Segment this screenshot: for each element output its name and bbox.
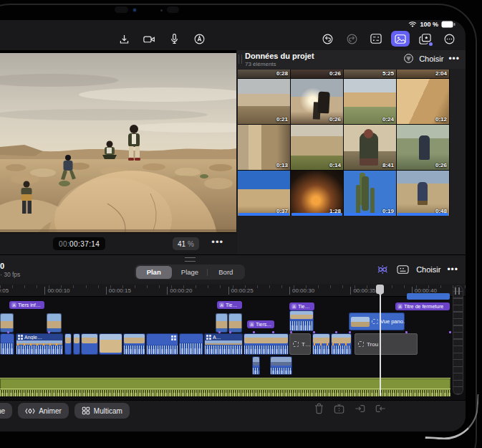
multicam-clip-header: A… — [205, 334, 242, 340]
more-button[interactable] — [440, 31, 458, 47]
media-thumbnail[interactable]: 0:19 — [344, 171, 396, 216]
storyline-clip[interactable] — [331, 333, 352, 355]
media-browser-button[interactable] — [391, 31, 410, 47]
record-video-button[interactable] — [140, 31, 158, 47]
split-icon[interactable] — [333, 403, 345, 414]
more-icon — [443, 33, 456, 45]
zoom-level-control[interactable]: 41 % — [173, 237, 199, 250]
overwrite-icon[interactable] — [354, 403, 366, 414]
partial-button[interactable]: ne — [0, 403, 12, 419]
media-thumbnail[interactable]: 0:28 — [238, 70, 290, 78]
bottom-toolbar: ne Animer Multicam — [0, 400, 466, 432]
audio-clip[interactable] — [0, 378, 450, 396]
connected-clip[interactable] — [228, 313, 242, 333]
clip-markers — [17, 343, 62, 345]
voiceover-button[interactable] — [165, 31, 183, 47]
gap-label: Trou — [367, 341, 378, 348]
storyline-clip[interactable]: A… — [204, 333, 243, 355]
connected-clip-collapsed[interactable] — [407, 293, 450, 300]
timeline-select-button[interactable]: Choisir — [416, 265, 440, 274]
connected-clip-below[interactable] — [270, 356, 292, 375]
browser-more-button[interactable]: ••• — [448, 54, 460, 64]
media-thumbnail[interactable]: 5:25 — [344, 70, 396, 78]
trash-icon[interactable] — [314, 403, 324, 414]
storyline-clip[interactable] — [81, 333, 98, 355]
storyline-clip[interactable] — [179, 333, 203, 355]
project-media-browser: Données du projet 73 éléments Choisir ••… — [237, 50, 466, 254]
storyline-clip[interactable] — [312, 333, 330, 355]
title-clip[interactable]: ATie… — [289, 302, 314, 310]
storyline-clip[interactable] — [0, 333, 14, 355]
media-thumbnail[interactable]: 0:26 — [291, 70, 343, 78]
tab-plage[interactable]: Plage — [172, 266, 208, 279]
inspector-button[interactable] — [367, 31, 385, 47]
media-thumbnail[interactable]: 8:41 — [344, 125, 396, 170]
clip-waveform — [313, 345, 329, 354]
storyline-clip[interactable] — [64, 333, 72, 355]
media-thumbnail[interactable]: 0:12 — [397, 79, 449, 124]
import-button[interactable] — [115, 31, 133, 47]
filter-icon[interactable] — [403, 53, 414, 64]
connected-clip[interactable] — [216, 313, 228, 333]
storyline-clip[interactable] — [73, 333, 80, 355]
storyline-clip[interactable]: Trou — [355, 333, 418, 355]
viewer-preview-image[interactable] — [0, 53, 236, 232]
media-thumbnail[interactable]: 0:48 — [397, 171, 449, 216]
tab-plan[interactable]: Plan — [136, 266, 172, 279]
storyline-clip[interactable]: T… — [289, 333, 311, 355]
project-title-fragment: 0 — [0, 262, 4, 270]
title-clip[interactable]: ATie… — [217, 301, 242, 309]
clip-waveform — [124, 345, 145, 354]
camera-module — [115, 6, 128, 13]
clip-thumbnail — [271, 357, 291, 366]
magnetic-timeline-icon[interactable] — [375, 264, 390, 275]
timecode-display[interactable]: 00:00:37:14 — [53, 237, 105, 250]
media-thumbnail[interactable]: 0:37 — [238, 171, 290, 216]
media-thumbnail[interactable]: 0:26 — [397, 125, 449, 170]
media-thumbnail[interactable]: 0:24 — [344, 79, 396, 124]
timeline-overview-icon[interactable] — [396, 264, 410, 275]
media-thumbnail[interactable]: 1:28 — [291, 171, 343, 216]
media-thumbnail[interactable]: 0:26 — [291, 79, 343, 124]
connected-clip-below[interactable] — [252, 356, 260, 375]
storyline-clip[interactable] — [244, 333, 289, 355]
browser-select-button[interactable]: Choisir — [419, 54, 443, 63]
connected-clip[interactable] — [0, 313, 14, 333]
playhead-handle[interactable] — [376, 285, 384, 294]
tab-bord[interactable]: Bord — [208, 266, 244, 279]
multicam-button[interactable]: Multicam — [74, 403, 130, 419]
title-clip[interactable]: ATiers inf… — [9, 301, 44, 309]
connected-clip-audio[interactable] — [289, 310, 314, 331]
media-thumbnail[interactable]: 2:04 — [397, 70, 449, 78]
library-button[interactable] — [415, 31, 434, 47]
video-viewer: 00:00:37:14 41 % ••• — [0, 50, 236, 254]
animate-button[interactable]: Animer — [18, 403, 69, 419]
browser-grid: 0:280:265:252:040:210:260:240:120:130:14… — [238, 70, 450, 216]
viewer-more-button[interactable]: ••• — [211, 237, 223, 247]
media-thumbnail[interactable]: 0:21 — [238, 79, 290, 124]
media-thumbnail[interactable]: 0:14 — [291, 125, 343, 170]
pencil-tool-button[interactable] — [190, 31, 208, 47]
timeline-more-button[interactable]: ••• — [447, 264, 458, 275]
media-thumbnail[interactable]: 0:13 — [238, 125, 290, 170]
timeline-zoom-slider[interactable] — [453, 285, 463, 395]
ipad-screen: 100 % — [0, 20, 466, 432]
title-clip[interactable]: ATiers… — [247, 320, 274, 328]
storyline-clip[interactable] — [123, 333, 145, 355]
connected-clip[interactable] — [47, 313, 62, 333]
append-icon[interactable] — [375, 403, 387, 414]
divider-drag-handle[interactable] — [185, 257, 196, 262]
clip-thumbnail — [100, 334, 122, 353]
connected-clip-vue-pano[interactable]: Vue pano… — [349, 313, 405, 330]
clip-thumbnail — [82, 334, 97, 343]
playhead-line[interactable] — [380, 286, 381, 396]
timeline-ruler[interactable]: 00:00:0500:00:1000:00:1500:00:2000:00:25… — [0, 284, 466, 297]
title-clip[interactable]: ATitre de fermeture — [395, 302, 450, 310]
storyline-clip[interactable]: Angle… — [16, 333, 63, 355]
storyline-clip[interactable] — [99, 333, 122, 355]
timecode-prefix: 00: — [59, 240, 69, 248]
panel-grip-handle[interactable] — [238, 54, 242, 64]
undo-button[interactable] — [318, 31, 337, 47]
storyline-clip[interactable] — [146, 333, 178, 355]
redo-button[interactable] — [342, 31, 361, 47]
